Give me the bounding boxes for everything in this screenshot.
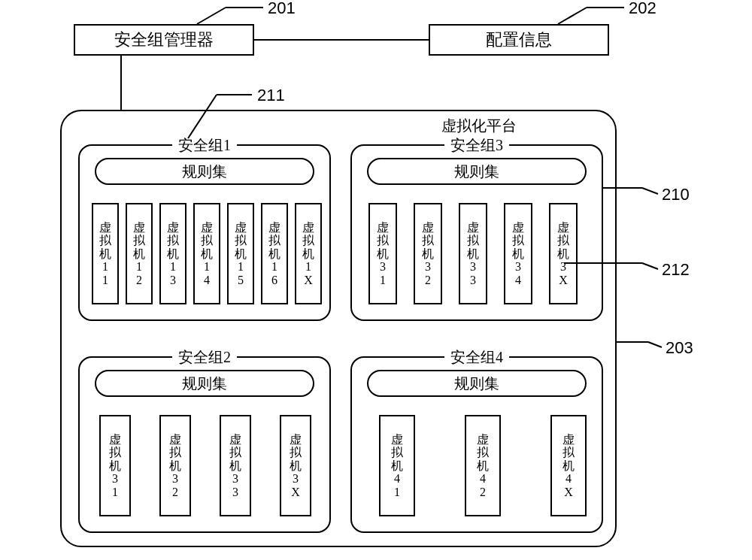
callout-201: 201 (268, 0, 296, 18)
vm-cell: 虚拟机3X (549, 203, 578, 304)
sg4-title: 安全组4 (444, 347, 509, 368)
sg2-title: 安全组2 (172, 347, 237, 368)
sg3-title: 安全组3 (444, 135, 509, 156)
svg-line-2 (558, 8, 587, 24)
vm-cell: 虚拟机4X (550, 415, 587, 516)
vm-cell: 虚拟机14 (193, 203, 220, 304)
vm-cell: 虚拟机33 (220, 415, 251, 516)
vm-cell: 虚拟机41 (379, 415, 415, 516)
vm-cell: 虚拟机32 (414, 203, 442, 304)
vm-cell: 虚拟机3X (280, 415, 311, 516)
platform-label: 虚拟化平台 (437, 116, 521, 136)
svg-line-9 (642, 263, 658, 269)
vm-cell: 虚拟机12 (126, 203, 153, 304)
callout-211: 211 (257, 86, 285, 105)
security-group-4: 安全组4 规则集虚拟机41虚拟机42虚拟机4X (350, 356, 603, 533)
vm-cell: 虚拟机11 (92, 203, 119, 304)
callout-202: 202 (629, 0, 656, 18)
security-group-2: 安全组2 规则集虚拟机31虚拟机32虚拟机33虚拟机3X (78, 356, 331, 533)
config-info-box: 配置信息 (429, 24, 609, 56)
security-group-1: 安全组1 规则集虚拟机11虚拟机12虚拟机13虚拟机14虚拟机15虚拟机16虚拟… (78, 144, 331, 321)
svg-line-7 (642, 188, 658, 194)
ruleset-pill: 规则集 (367, 158, 587, 185)
security-group-3: 安全组3 规则集虚拟机31虚拟机32虚拟机33虚拟机34虚拟机3X (350, 144, 603, 321)
vm-cell: 虚拟机32 (159, 415, 191, 516)
security-group-manager-box: 安全组管理器 (74, 24, 254, 56)
config-info-label: 配置信息 (486, 29, 552, 51)
vm-cell: 虚拟机16 (261, 203, 288, 304)
ruleset-pill: 规则集 (95, 370, 314, 397)
svg-line-0 (197, 8, 226, 24)
connector-manager-platform (120, 56, 122, 110)
callout-212: 212 (662, 260, 690, 280)
callout-210: 210 (662, 185, 690, 204)
vm-cell: 虚拟机31 (368, 203, 397, 304)
vm-cell: 虚拟机13 (159, 203, 186, 304)
vm-cell: 虚拟机1X (295, 203, 322, 304)
svg-line-11 (648, 342, 662, 347)
vm-cell: 虚拟机33 (459, 203, 487, 304)
vm-cell: 虚拟机34 (504, 203, 532, 304)
ruleset-pill: 规则集 (367, 370, 587, 397)
security-group-manager-label: 安全组管理器 (114, 29, 214, 51)
callout-203: 203 (666, 338, 693, 358)
virtualization-platform: 虚拟化平台 安全组1 规则集虚拟机11虚拟机12虚拟机13虚拟机14虚拟机15虚… (60, 110, 617, 547)
connector-manager-config (254, 39, 429, 41)
ruleset-pill: 规则集 (95, 158, 314, 185)
vm-cell: 虚拟机31 (99, 415, 131, 516)
vm-cell: 虚拟机15 (227, 203, 254, 304)
vm-cell: 虚拟机42 (465, 415, 501, 516)
sg1-title: 安全组1 (172, 135, 237, 156)
